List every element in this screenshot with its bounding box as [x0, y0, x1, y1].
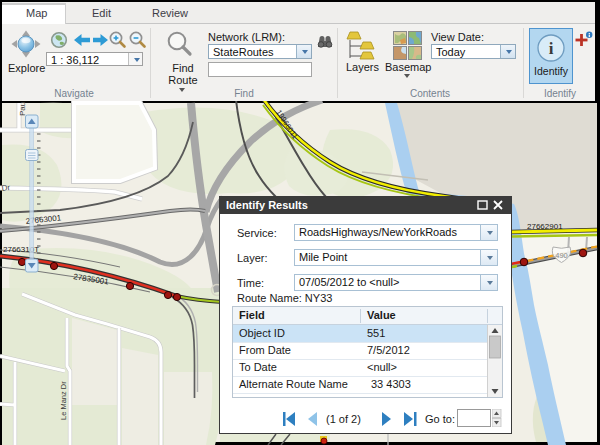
svg-text:Le Manz Dr: Le Manz Dr — [59, 381, 68, 420]
svg-text:(1 of 2): (1 of 2) — [326, 413, 361, 425]
svg-text:i: i — [549, 39, 554, 58]
svg-text:Dr: Dr — [1, 183, 11, 193]
svg-text:Go to:: Go to: — [425, 413, 455, 425]
svg-text:Pau: Pau — [18, 102, 27, 116]
svg-text:27662901: 27662901 — [527, 222, 563, 231]
svg-text:490: 490 — [555, 251, 568, 260]
